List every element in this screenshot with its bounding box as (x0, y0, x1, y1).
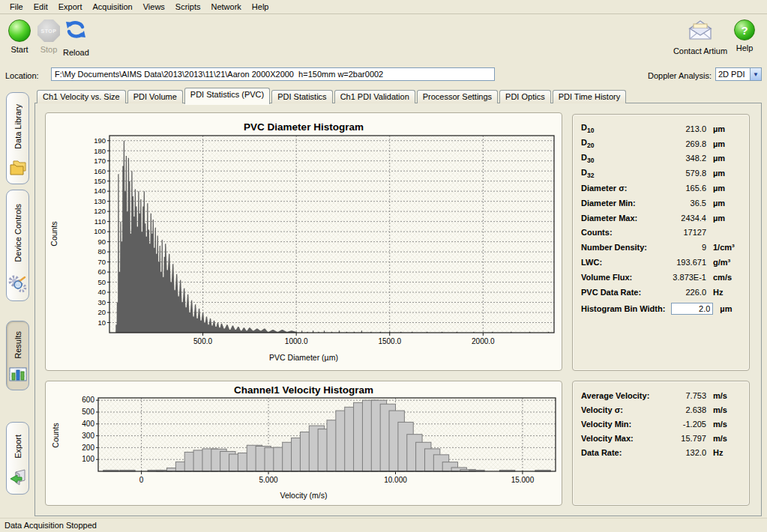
svg-text:140: 140 (94, 187, 106, 195)
data-library-label: Data Library (13, 104, 22, 149)
location-input[interactable] (51, 67, 495, 81)
help-button[interactable]: ? Help (731, 19, 758, 52)
stat-row-lwc: LWC: 193.671g/m³ (581, 255, 741, 270)
status-bar: Data Acquisition Stopped (0, 518, 767, 532)
stat-row-average-velocity: Average Velocity: 7.753m/s (581, 388, 741, 402)
reload-icon (64, 19, 88, 45)
menu-help[interactable]: Help (247, 1, 274, 13)
tab-strip: Ch1 Velocity vs. Size PDI Volume PDI Sta… (37, 88, 626, 103)
stat-row-pvc-data-rate: PVC Data Rate: 226.0Hz (581, 285, 741, 300)
bar-chart-icon (9, 366, 27, 386)
status-text: Data Acquisition Stopped (4, 521, 97, 530)
chevron-down-icon[interactable]: ▼ (750, 68, 761, 80)
results-label: Results (13, 331, 22, 359)
doppler-analysis-select[interactable]: 2D PDI ▼ (715, 67, 762, 81)
svg-text:2000.0: 2000.0 (472, 337, 495, 345)
stat-row-velocity-max: Velocity Max: 15.797m/s (581, 431, 741, 445)
folders-icon (8, 159, 28, 180)
svg-text:5.000: 5.000 (259, 476, 278, 484)
svg-text:80: 80 (97, 247, 106, 256)
stat-row-number-density: Number Density: 91/cm³ (581, 240, 741, 255)
sidebar-item-device-controls[interactable]: Device Controls (6, 190, 29, 301)
stat-row-counts: Counts: 17127 (581, 226, 741, 241)
svg-text:15.000: 15.000 (511, 476, 535, 484)
stat-row-velocity-sigma: Velocity σ: 2.638m/s (581, 402, 741, 417)
svg-text:110: 110 (94, 217, 106, 226)
sidebar-item-data-library[interactable]: Data Library (6, 92, 29, 184)
svg-text:150: 150 (94, 177, 106, 185)
stat-row-velocity-min: Velocity Min: -1.205m/s (581, 417, 741, 431)
menu-scripts[interactable]: Scripts (170, 1, 206, 13)
pvc-diameter-histogram-panel: PVC Diameter Histogram Counts 1020304050… (45, 112, 562, 371)
stat-row-diameter-max: Diameter Max: 2434.4µm (581, 211, 741, 226)
export-arrow-icon (8, 469, 28, 490)
svg-text:1000.0: 1000.0 (285, 337, 308, 345)
svg-text:500: 500 (82, 408, 94, 416)
tab-pdi-optics[interactable]: PDI Optics (499, 90, 551, 103)
tab-pdi-time-history[interactable]: PDI Time History (553, 90, 627, 103)
tab-processor-settings[interactable]: Processor Settings (417, 90, 498, 103)
stop-button: STOP Stop (37, 19, 60, 54)
stat-row-d10: D10 213.0µm (581, 121, 741, 136)
location-label: Location: (5, 71, 39, 80)
device-controls-label: Device Controls (13, 204, 22, 262)
menu-file[interactable]: File (4, 1, 28, 13)
menu-network[interactable]: Network (205, 1, 246, 13)
svg-text:90: 90 (97, 238, 106, 246)
svg-text:170: 170 (94, 157, 106, 165)
svg-text:50: 50 (97, 278, 106, 286)
menu-views[interactable]: Views (138, 1, 170, 13)
menu-acquisition[interactable]: Acquisition (88, 1, 138, 13)
svg-text:400: 400 (82, 420, 94, 428)
svg-text:300: 300 (82, 432, 94, 440)
menu-export[interactable]: Export (53, 1, 88, 13)
help-label: Help (736, 43, 754, 52)
stat-row-volume-flux: Volume Flux: 3.873E-1cm/s (581, 270, 741, 285)
application-window: File Edit Export Acquisition Views Scrip… (0, 0, 767, 532)
pvc-diameter-histogram-plot: 1020304050607080901001101201301401501601… (46, 113, 562, 353)
gears-icon (8, 274, 28, 297)
svg-text:20: 20 (97, 308, 106, 316)
stat-row-diameter-min: Diameter Min: 36.5µm (581, 196, 741, 211)
reload-button[interactable]: Reload (63, 19, 89, 57)
contact-artium-button[interactable]: Contact Artium (671, 19, 730, 55)
svg-text:120: 120 (94, 207, 106, 215)
sidebar-item-export[interactable]: Export (6, 422, 29, 495)
tab-pdi-statistics-pvc[interactable]: PDI Statistics (PVC) (184, 88, 270, 104)
svg-text:160: 160 (94, 167, 106, 175)
tab-ch1-pdi-validation[interactable]: Ch1 PDI Validation (334, 90, 415, 103)
tab-pdi-volume[interactable]: PDI Volume (127, 90, 183, 103)
tab-ch1-velocity-vs-size[interactable]: Ch1 Velocity vs. Size (37, 90, 126, 103)
histogram-bin-width-input[interactable] (671, 303, 713, 315)
velocity-histogram-plot: 10020030040050060005.00010.00015.000 (46, 381, 562, 488)
svg-text:10: 10 (97, 318, 106, 327)
envelope-icon (687, 19, 714, 43)
svg-text:190: 190 (94, 136, 106, 145)
svg-text:180: 180 (94, 147, 106, 155)
help-icon: ? (734, 19, 755, 40)
stat-row-histogram-bin-width: Histogram Bin Width: µm (581, 300, 741, 318)
menu-edit[interactable]: Edit (28, 1, 53, 13)
doppler-analysis-value: 2D PDI (716, 70, 750, 79)
pvc-statistics-panel: D10 213.0µm D20 269.8µm D30 348.2µm D32 … (572, 114, 750, 371)
velocity-histogram-panel: Channel1 Velocity Histogram Counts 10020… (45, 381, 562, 506)
tab-pdi-statistics[interactable]: PDI Statistics (271, 90, 332, 103)
sidebar-item-results[interactable]: Results (6, 321, 29, 390)
stat-row-d32: D32 579.8µm (581, 166, 741, 181)
svg-text:30: 30 (97, 298, 106, 306)
velocity-statistics-panel: Average Velocity: 7.753m/s Velocity σ: 2… (572, 381, 750, 506)
svg-text:10.000: 10.000 (384, 476, 407, 484)
svg-text:130: 130 (94, 197, 106, 205)
stat-row-d20: D20 269.8µm (581, 136, 741, 151)
start-icon (8, 19, 31, 42)
menu-bar: File Edit Export Acquisition Views Scrip… (0, 0, 767, 14)
svg-text:200: 200 (82, 444, 94, 452)
stop-label: Stop (40, 45, 58, 54)
doppler-analysis-label: Doppler Analysis: (648, 71, 712, 80)
start-label: Start (10, 45, 28, 54)
start-button[interactable]: Start (8, 19, 31, 54)
contact-artium-label: Contact Artium (673, 46, 727, 55)
export-label: Export (13, 435, 22, 459)
stop-icon: STOP (37, 19, 60, 42)
reload-label: Reload (63, 48, 89, 57)
